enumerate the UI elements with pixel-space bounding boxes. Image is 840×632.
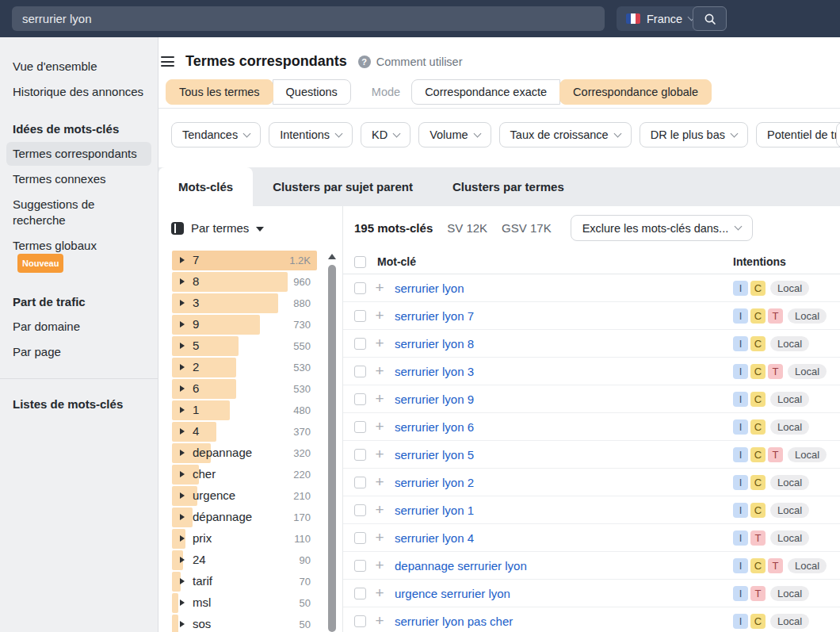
expand-triangle-icon <box>180 514 185 520</box>
keyword-link[interactable]: serrurier lyon 2 <box>395 476 474 489</box>
help-link[interactable]: ? Comment utiliser <box>358 56 463 68</box>
row-checkbox[interactable] <box>354 393 366 405</box>
terms-bar-chart: 71.2K89603880973055502530653014804370dep… <box>158 250 342 632</box>
table-row: +serrurier lyon pas cherICLocal <box>343 607 840 632</box>
filter-button-potentiel-de-trafic[interactable]: Potentiel de trafic <box>756 122 840 147</box>
row-checkbox[interactable] <box>354 615 366 627</box>
keyword-link[interactable]: serrurier lyon 8 <box>395 337 474 350</box>
term-bar-row[interactable]: 9730 <box>172 314 342 335</box>
sidebar-item-termes-connexes[interactable]: Termes connexes <box>6 167 151 191</box>
term-bar-row[interactable]: dépannage170 <box>172 507 342 528</box>
filter-button-taux-de-croissance[interactable]: Taux de croissance <box>499 122 632 147</box>
keyword-link[interactable]: serrurier lyon 6 <box>395 420 474 434</box>
keywords-table: 195 mots-clés SV 12K GSV 17K Exclure les… <box>343 206 840 632</box>
add-keyword-icon[interactable]: + <box>373 531 386 544</box>
row-checkbox[interactable] <box>354 477 366 488</box>
add-keyword-icon[interactable]: + <box>373 615 386 627</box>
term-bar-row[interactable]: sos50 <box>172 614 342 632</box>
add-keyword-icon[interactable]: + <box>373 365 386 377</box>
filter-button-dr-le-plus-bas[interactable]: DR le plus bas <box>640 122 748 147</box>
term-bar-row[interactable]: 5550 <box>172 335 342 357</box>
row-checkbox[interactable] <box>354 504 366 516</box>
expand-triangle-icon <box>180 557 185 563</box>
sidebar-item-termes-globaux[interactable]: Termes globauxNouveau <box>6 234 151 277</box>
view-tab-tous-les-termes[interactable]: Tous les termes <box>166 79 273 105</box>
term-bar-row[interactable]: prix110 <box>172 528 342 550</box>
filter-button-intentions[interactable]: Intentions <box>269 122 353 147</box>
row-checkbox[interactable] <box>354 449 366 461</box>
sidebar-item-par-page[interactable]: Par page <box>6 340 151 364</box>
add-keyword-icon[interactable]: + <box>373 337 386 350</box>
term-bar-row[interactable]: 8960 <box>172 271 342 293</box>
add-keyword-icon[interactable]: + <box>373 587 386 599</box>
term-bar-row[interactable]: 2530 <box>172 357 342 378</box>
add-keyword-icon[interactable]: + <box>373 476 386 488</box>
add-keyword-icon[interactable]: + <box>373 393 386 405</box>
filter-button-kd[interactable]: KD <box>361 122 410 147</box>
keyword-link[interactable]: urgence serrurier lyon <box>395 587 510 600</box>
sidebar-item-termes-correspondants[interactable]: Termes correspondants <box>6 142 151 166</box>
mode-tab-correspondance-exacte[interactable]: Correspondance exacte <box>411 79 560 105</box>
scroll-up-arrow-icon[interactable] <box>328 254 336 259</box>
scrollbar-thumb[interactable] <box>328 265 336 632</box>
add-keyword-icon[interactable]: + <box>373 559 386 572</box>
exclude-keywords-button[interactable]: Exclure les mots-clés dans... <box>571 215 754 241</box>
keyword-link[interactable]: serrurier lyon 9 <box>395 393 474 406</box>
filter-button-tendances[interactable]: Tendances <box>171 122 261 147</box>
sidebar-item-vue-densemble[interactable]: Vue d'ensemble <box>6 55 151 79</box>
tab-clusters-par-sujet-parent[interactable]: Clusters par sujet parent <box>253 167 433 206</box>
keyword-link[interactable]: serrurier lyon 4 <box>395 531 474 545</box>
mode-tab-correspondance-globale[interactable]: Correspondance globale <box>559 79 712 105</box>
keyword-link[interactable]: serrurier lyon 7 <box>395 309 474 323</box>
chevron-down-icon <box>473 129 481 137</box>
term-bar-row[interactable]: 4370 <box>172 421 342 442</box>
row-checkbox[interactable] <box>354 560 366 572</box>
keyword-link[interactable]: serrurier lyon <box>395 282 464 295</box>
add-keyword-icon[interactable]: + <box>373 309 386 322</box>
filter-button-volume[interactable]: Volume <box>418 122 491 147</box>
term-bar-row[interactable]: tarif70 <box>172 571 342 592</box>
add-keyword-icon[interactable]: + <box>373 448 386 461</box>
term-bar-row[interactable]: cher220 <box>172 464 342 485</box>
sidebar-item-historique-des-annonces[interactable]: Historique des annonces <box>6 80 151 104</box>
add-keyword-icon[interactable]: + <box>373 282 386 294</box>
term-volume: 50 <box>300 619 311 630</box>
group-by-toggle[interactable]: Par termes <box>158 206 342 250</box>
term-bar-row[interactable]: urgence210 <box>172 485 342 507</box>
row-checkbox[interactable] <box>354 588 366 599</box>
tab-clusters-par-termes[interactable]: Clusters par termes <box>433 167 584 206</box>
keyword-link[interactable]: serrurier lyon 1 <box>395 504 474 517</box>
row-checkbox[interactable] <box>354 421 366 433</box>
keyword-link[interactable]: depannage serrurier lyon <box>395 559 527 573</box>
row-checkbox[interactable] <box>354 532 366 544</box>
add-keyword-icon[interactable]: + <box>373 420 386 433</box>
sidebar-item-par-domaine[interactable]: Par domaine <box>6 315 151 339</box>
table-toolbar: 195 mots-clés SV 12K GSV 17K Exclure les… <box>343 206 840 250</box>
search-button[interactable] <box>693 6 727 31</box>
keyword-link[interactable]: serrurier lyon 3 <box>395 365 474 378</box>
sidebar-item-suggestions-de-recherche[interactable]: Suggestions de recherche <box>6 193 151 232</box>
term-bar-row[interactable]: msl50 <box>172 592 342 614</box>
select-all-checkbox[interactable] <box>354 256 366 268</box>
intent-badge-i: I <box>733 447 748 462</box>
keyword-link[interactable]: serrurier lyon 5 <box>395 448 474 462</box>
search-input[interactable] <box>12 6 605 31</box>
term-bar-row[interactable]: 71.2K <box>172 250 342 271</box>
view-tab-questions[interactable]: Questions <box>273 79 351 105</box>
row-checkbox[interactable] <box>354 282 366 294</box>
term-bar-row[interactable]: 6530 <box>172 378 342 400</box>
term-bar-row[interactable]: depannage320 <box>172 442 342 464</box>
country-selector[interactable]: France <box>617 6 704 31</box>
term-bar-row[interactable]: 3880 <box>172 293 342 314</box>
row-checkbox[interactable] <box>354 310 366 322</box>
panel-scrollbar[interactable] <box>328 252 336 632</box>
add-keyword-icon[interactable]: + <box>373 504 386 516</box>
term-bar-row[interactable]: 2490 <box>172 550 342 571</box>
row-checkbox[interactable] <box>354 366 366 377</box>
tab-mots-cles[interactable]: Mots-clés <box>158 167 253 206</box>
term-bar-row[interactable]: 1480 <box>172 400 342 421</box>
menu-icon[interactable] <box>161 56 174 67</box>
row-checkbox[interactable] <box>354 338 366 350</box>
filter-button-partial[interactable] <box>836 122 840 147</box>
keyword-link[interactable]: serrurier lyon pas cher <box>395 615 513 628</box>
